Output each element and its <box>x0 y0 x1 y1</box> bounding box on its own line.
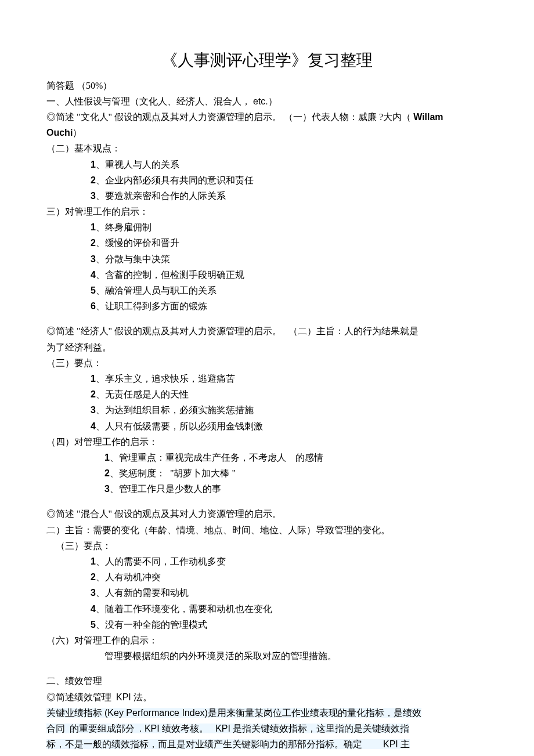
paragraph: 标，不是一般的绩效指标，而且是对业绩产生关键影响力的那部分指标。确定 KPI 主 <box>46 736 488 752</box>
list-item: 4、含蓄的控制，但检测手段明确正规 <box>46 267 488 283</box>
num: 2 <box>91 175 96 185</box>
list-item: 2、缓慢的评价和晋升 <box>46 235 488 251</box>
num: 5 <box>91 620 96 630</box>
text: 关键业绩指标 <box>46 708 102 718</box>
text: 、要造就亲密和合作的人际关系 <box>96 191 226 201</box>
num: 3 <box>91 588 96 598</box>
list-item: 3、要造就亲密和合作的人际关系 <box>46 188 488 204</box>
list-item: 1、人的需要不同，工作动机多变 <box>46 554 488 569</box>
spacer <box>46 314 488 323</box>
list-item: 5、融洽管理人员与职工的关系 <box>46 283 488 298</box>
num: 1 <box>91 556 96 566</box>
list-item: 3、分散与集中决策 <box>46 251 488 267</box>
text: ） <box>73 128 82 138</box>
num: 1 <box>91 222 96 232</box>
list-item: 4、人只有低级需要，所以必须用金钱刺激 <box>46 418 488 434</box>
section-heading: （三）要点： <box>46 355 488 371</box>
list-item: 4、随着工作环境变化，需要和动机也在变化 <box>46 601 488 617</box>
list-item: 3、为达到组织目标，必须实施奖惩措施 <box>46 402 488 418</box>
spacer <box>46 664 488 673</box>
paragraph: ◎简述 "经济人" 假设的观点及其对人力资源管理的启示。 （二）主旨：人的行为结… <box>46 323 488 339</box>
text: 一、人性假设与管理（文化人、经济人、混合人， <box>46 96 251 106</box>
num: 2 <box>91 238 96 248</box>
text-highlight: 关键业绩指标 (Key Performance Index)是用来衡量某岗位工作… <box>46 708 421 718</box>
text: KPI 法。 <box>116 692 152 702</box>
section-heading: （四）对管理工作的启示： <box>46 434 488 450</box>
page-title: 《人事测评心理学》复习整理 <box>46 46 488 74</box>
text: 、重视人与人的关系 <box>96 160 179 169</box>
num: 2 <box>91 389 96 399</box>
text: 、终身雇佣制 <box>96 222 151 232</box>
text: 、分散与集中决策 <box>96 254 170 264</box>
list-item: 2、无责任感是人的天性 <box>46 386 488 402</box>
num: 2 <box>104 468 110 478</box>
intro-line-4: Ouchi） <box>46 125 488 140</box>
text: ◎简述绩效管理 <box>46 692 111 702</box>
text: "胡萝卜加大棒 <box>170 468 230 478</box>
num: 4 <box>91 421 96 431</box>
section-heading: （二）基本观点： <box>46 140 488 156</box>
text: " <box>232 468 236 478</box>
num: 3 <box>91 405 96 415</box>
paragraph: ◎简述 "混合人" 假设的观点及其对人力资源管理的启示。 <box>46 506 488 522</box>
num: 3 <box>104 484 110 494</box>
intro-line-2: 一、人性假设与管理（文化人、经济人、混合人， etc.） <box>46 93 488 109</box>
list-item: 3、人有新的需要和动机 <box>46 585 488 601</box>
list-item: 5、没有一种全能的管理模式 <box>46 617 488 632</box>
text: （一）代表人物：威廉 ?大内（ <box>284 112 411 122</box>
list-item: 1、终身雇佣制 <box>46 219 488 235</box>
paragraph: 关键业绩指标 (Key Performance Index)是用来衡量某岗位工作… <box>46 705 488 721</box>
num: 3 <box>91 191 96 201</box>
list-item: 3、管理工作只是少数人的事 <box>46 481 488 497</box>
text: 、企业内部必须具有共同的意识和责任 <box>96 175 254 185</box>
num: 5 <box>91 285 96 295</box>
section-heading: 三）对管理工作的启示： <box>46 204 488 219</box>
text: 、人只有低级需要，所以必须用金钱刺激 <box>96 421 263 431</box>
text: 的重要组成部分 <box>70 724 135 733</box>
text: 、管理工作只是少数人的事 <box>110 484 221 494</box>
text: 标，不是一般的绩效指标，而且是对业绩产生关键影响力的那部分指标。确定 <box>46 739 362 749</box>
list-item: 1、享乐主义，追求快乐，逃避痛苦 <box>46 371 488 386</box>
text-highlight: 标，不是一般的绩效指标，而且是对业绩产生关键影响力的那部分指标。确定 KPI 主 <box>46 739 410 749</box>
text: Willam <box>413 112 443 122</box>
text: 、享乐主义，追求快乐，逃避痛苦 <box>96 374 235 384</box>
num: 4 <box>91 604 96 614</box>
text: (Key Performance Index)是用来衡量某岗位工作业绩表现的量化… <box>104 708 421 718</box>
section-heading: （六）对管理工作的启示： <box>46 632 488 648</box>
list-item: 1、重视人与人的关系 <box>46 157 488 172</box>
num: 2 <box>91 572 96 582</box>
list-item: 2、人有动机冲突 <box>46 569 488 585</box>
text: KPI 主 <box>383 739 410 749</box>
list-item: 1、管理重点：重视完成生产任务，不考虑人 的感情 <box>46 450 488 465</box>
text: 、奖惩制度： <box>110 468 165 478</box>
num: 1 <box>104 453 110 462</box>
paragraph: 合同 的重要组成部分 . KPI 绩效考核。 KPI 是指关键绩效指标，这里指的… <box>46 721 488 736</box>
num: 1 <box>91 374 96 384</box>
text: （二）主旨：人的行为结果就是 <box>288 326 418 336</box>
text: Ouchi <box>46 128 73 138</box>
paragraph: ◎简述绩效管理 KPI 法。 <box>46 689 488 705</box>
text: 、无责任感是人的天性 <box>96 389 189 399</box>
num: 1 <box>91 160 96 169</box>
paragraph: 为了经济利益。 <box>46 339 488 355</box>
text: 、随着工作环境变化，需要和动机也在变化 <box>96 604 272 614</box>
section-heading: （三）要点： <box>46 538 488 554</box>
list-item: 2、奖惩制度： "胡萝卜加大棒 " <box>46 465 488 481</box>
text: . KPI 绩效考核。 <box>139 724 208 733</box>
num: 4 <box>91 270 96 280</box>
text: 、为达到组织目标，必须实施奖惩措施 <box>96 405 254 415</box>
intro-line-3: ◎简述 "文化人" 假设的观点及其对人力资源管理的启示。 （一）代表人物：威廉 … <box>46 109 488 125</box>
text: 、让职工得到多方面的锻炼 <box>96 301 207 311</box>
text: 、融洽管理人员与职工的关系 <box>96 285 217 295</box>
text: 、缓慢的评价和晋升 <box>96 238 179 248</box>
list-item: 6、让职工得到多方面的锻炼 <box>46 298 488 314</box>
text: 、人有新的需要和动机 <box>96 588 189 598</box>
text: 、人有动机冲突 <box>96 572 161 582</box>
text-highlight: 合同 的重要组成部分 . KPI 绩效考核。 KPI 是指关键绩效指标，这里指的… <box>46 724 409 733</box>
text: 、含蓄的控制，但检测手段明确正规 <box>96 270 244 280</box>
text: 、人的需要不同，工作动机多变 <box>96 556 226 566</box>
text: ◎简述 "文化人" 假设的观点及其对人力资源管理的启示。 <box>46 112 282 122</box>
section-heading: 二、绩效管理 <box>46 673 488 689</box>
num: 3 <box>91 254 96 264</box>
text: etc.） <box>253 96 277 106</box>
